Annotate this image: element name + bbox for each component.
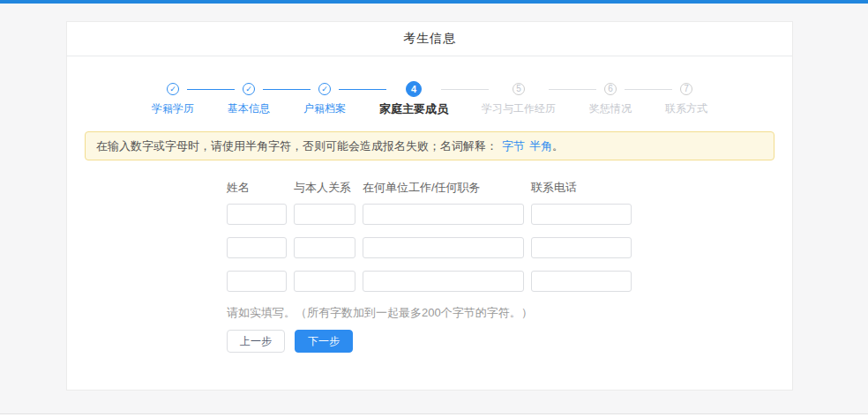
page-title: 考生信息 bbox=[403, 31, 456, 47]
row3-name-input[interactable] bbox=[227, 271, 287, 292]
step-label-5: 学习与工作经历 bbox=[482, 101, 556, 116]
step-item-2[interactable]: ✓ 基本信息 bbox=[228, 81, 270, 116]
step-label-4: 家庭主要成员 bbox=[379, 101, 448, 117]
row3-phone-input[interactable] bbox=[531, 271, 632, 292]
step-label-3: 户籍档案 bbox=[303, 101, 346, 116]
notice-text: 在输入数字或字母时，请使用半角字符，否则可能会造成报名失败；名词解释： bbox=[96, 138, 498, 154]
check-icon: ✓ bbox=[243, 83, 255, 95]
column-header-workunit: 在何单位工作/任何职务 bbox=[363, 180, 524, 196]
step-number-badge: 5 bbox=[513, 83, 525, 95]
next-step-button[interactable]: 下一步 bbox=[295, 330, 353, 353]
card-header: 考生信息 bbox=[67, 22, 792, 56]
column-header-name: 姓名 bbox=[227, 180, 287, 196]
step-number-badge: 4 bbox=[406, 81, 422, 97]
halfwidth-term-link[interactable]: 半角 bbox=[529, 138, 552, 154]
row2-workunit-input[interactable] bbox=[363, 237, 524, 258]
byte-term-link[interactable]: 字节 bbox=[502, 138, 525, 154]
step-label-7: 联系方式 bbox=[665, 101, 707, 116]
prev-step-button[interactable]: 上一步 bbox=[227, 330, 285, 353]
halfwidth-warning-notice: 在输入数字或字母时，请使用半角字符，否则可能会造成报名失败；名词解释：字节半角。 bbox=[85, 131, 774, 160]
row1-phone-input[interactable] bbox=[531, 204, 632, 225]
column-header-phone: 联系电话 bbox=[531, 180, 632, 196]
step-item-3[interactable]: ✓ 户籍档案 bbox=[303, 81, 346, 116]
step-item-5[interactable]: 5 学习与工作经历 bbox=[482, 81, 556, 116]
step-item-6[interactable]: 6 奖惩情况 bbox=[589, 81, 632, 116]
column-header-relation: 与本人关系 bbox=[294, 180, 355, 196]
wizard-buttons-row: 上一步 下一步 bbox=[227, 330, 792, 353]
fill-truthfully-note: 请如实填写。（所有字数加到一起最多200个字节的字符。） bbox=[227, 305, 792, 321]
family-members-input-grid bbox=[227, 204, 792, 292]
row1-relation-input[interactable] bbox=[294, 204, 355, 225]
check-icon: ✓ bbox=[167, 83, 179, 95]
column-headers-row: 姓名 与本人关系 在何单位工作/任何职务 联系电话 bbox=[227, 180, 792, 196]
page-footer bbox=[0, 413, 868, 417]
row1-workunit-input[interactable] bbox=[363, 204, 524, 225]
row1-name-input[interactable] bbox=[227, 204, 287, 225]
step-number-badge: 7 bbox=[680, 83, 692, 95]
step-item-4-current[interactable]: 4 家庭主要成员 bbox=[379, 81, 448, 117]
row2-phone-input[interactable] bbox=[531, 237, 632, 258]
step-label-6: 奖惩情况 bbox=[589, 101, 632, 116]
check-icon: ✓ bbox=[318, 83, 331, 95]
row2-relation-input[interactable] bbox=[294, 237, 355, 258]
step-item-7[interactable]: 7 联系方式 bbox=[665, 81, 707, 116]
notice-suffix: 。 bbox=[552, 138, 564, 154]
step-label-1: 学籍学历 bbox=[152, 101, 194, 116]
row3-workunit-input[interactable] bbox=[363, 271, 524, 292]
row3-relation-input[interactable] bbox=[294, 271, 355, 292]
step-label-2: 基本信息 bbox=[228, 101, 270, 116]
top-accent-bar bbox=[0, 0, 868, 4]
step-number-badge: 6 bbox=[604, 83, 617, 95]
row2-name-input[interactable] bbox=[227, 237, 287, 258]
candidate-info-card: 考生信息 ✓ 学籍学历 ✓ 基本信息 ✓ 户籍档案 4 家庭主要成员 5 学习与… bbox=[66, 21, 793, 391]
steps-wizard: ✓ 学籍学历 ✓ 基本信息 ✓ 户籍档案 4 家庭主要成员 5 学习与工作经历 … bbox=[152, 81, 707, 117]
family-members-form: 姓名 与本人关系 在何单位工作/任何职务 联系电话 请如实填写。（所有字数加到一… bbox=[227, 180, 792, 353]
step-item-1[interactable]: ✓ 学籍学历 bbox=[152, 81, 194, 116]
